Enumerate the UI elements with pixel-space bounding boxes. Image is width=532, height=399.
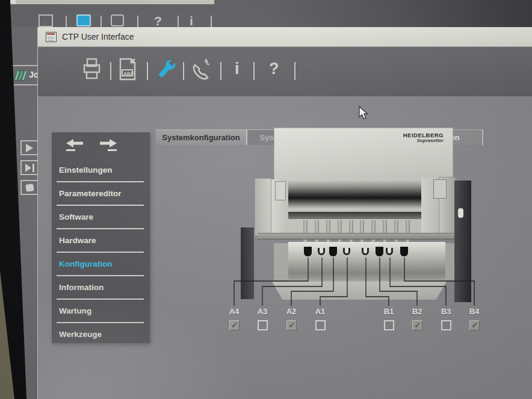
forward-arrow-icon[interactable] bbox=[96, 138, 118, 153]
tab-systemkonfiguration[interactable]: Systemkonfiguration bbox=[156, 129, 246, 145]
window-icon bbox=[46, 32, 57, 42]
machine-roller bbox=[288, 179, 421, 209]
pin bbox=[349, 220, 353, 243]
tab-separator bbox=[482, 129, 483, 145]
toolbar-separator bbox=[66, 16, 67, 27]
punch-label-a1: A1 bbox=[311, 307, 329, 316]
pin bbox=[303, 220, 308, 243]
print-report-icon[interactable] bbox=[82, 58, 102, 81]
checkbox-a1[interactable] bbox=[315, 320, 326, 330]
punch-b4 bbox=[400, 247, 408, 256]
toolbar-separator bbox=[220, 62, 221, 80]
toolbar-separator bbox=[294, 62, 295, 80]
pin bbox=[383, 220, 387, 243]
punch-label-a4: A4 bbox=[225, 307, 243, 316]
help-icon[interactable]: ? bbox=[154, 14, 162, 27]
plate-highlighted-icon[interactable] bbox=[76, 14, 91, 26]
punch-a4 bbox=[304, 247, 312, 256]
pin bbox=[326, 220, 330, 243]
punch-b3 bbox=[386, 248, 393, 255]
sidebar-item-konfiguration[interactable]: Konfiguration bbox=[57, 254, 144, 276]
toolbar-separator bbox=[178, 16, 179, 27]
remote-service-phone-icon[interactable] bbox=[190, 58, 213, 81]
window-titlebar[interactable]: CTP User Interface bbox=[38, 27, 532, 47]
machine-lower-roller bbox=[288, 212, 421, 219]
punch-label-b1: B1 bbox=[380, 307, 398, 316]
sidebar-item-wartung[interactable]: Wartung bbox=[57, 301, 144, 323]
document-icon[interactable] bbox=[39, 14, 53, 27]
play-icon bbox=[26, 144, 33, 152]
punch-rail bbox=[258, 233, 462, 240]
step-forward-button[interactable] bbox=[20, 160, 39, 175]
left-latch bbox=[275, 181, 286, 200]
plate-icon bbox=[25, 184, 34, 192]
punch-a1 bbox=[343, 248, 350, 255]
sidebar-item-parametereditor[interactable]: Parametereditor bbox=[57, 184, 144, 206]
pin bbox=[406, 220, 410, 243]
checkbox-b2[interactable] bbox=[412, 320, 422, 330]
right-latch bbox=[433, 179, 447, 199]
photo-of-screen: ? i Jo CTP User Interface bbox=[0, 0, 532, 399]
punch-label-a3: A3 bbox=[253, 307, 271, 316]
toolbar-separator bbox=[147, 62, 148, 80]
window-title: CTP User Interface bbox=[62, 32, 134, 42]
toolbar-separator bbox=[253, 62, 255, 80]
toolbar-separator bbox=[101, 16, 102, 27]
step-bar bbox=[32, 164, 34, 172]
punch-label-b2: B2 bbox=[408, 307, 426, 316]
pin bbox=[338, 220, 342, 243]
pin bbox=[394, 220, 398, 243]
sidebar-menu: Einstellungen Parametereditor Software H… bbox=[52, 132, 150, 343]
background-window-top-edge bbox=[0, 0, 214, 4]
pin bbox=[315, 220, 319, 243]
sidebar-item-werkzeuge[interactable]: Werkzeuge bbox=[57, 324, 144, 347]
checkbox-b1[interactable] bbox=[384, 320, 394, 330]
abc-document-icon[interactable]: ABC bbox=[119, 58, 137, 81]
info-icon[interactable]: i bbox=[190, 14, 193, 27]
service-wrench-icon[interactable] bbox=[153, 58, 178, 82]
punch-a2 bbox=[329, 247, 337, 256]
toolbar-separator bbox=[110, 62, 111, 80]
machine-logo: HEIDELBERG Suprasetter bbox=[366, 132, 449, 143]
svg-text:ABC: ABC bbox=[123, 71, 134, 76]
checkbox-a4[interactable] bbox=[229, 320, 240, 330]
checkbox-a3[interactable] bbox=[258, 320, 268, 330]
model-label: Suprasetter bbox=[366, 138, 444, 143]
frame-icon[interactable] bbox=[111, 14, 124, 26]
plate-button[interactable] bbox=[20, 180, 39, 195]
punch-a3 bbox=[318, 248, 325, 255]
left-dark-bar bbox=[241, 227, 254, 299]
sidebar-item-software[interactable]: Software bbox=[57, 207, 144, 229]
sidebar-item-information[interactable]: Information bbox=[57, 277, 144, 300]
main-toolbar: ABC i ? bbox=[38, 47, 532, 96]
checkbox-a2[interactable] bbox=[286, 320, 297, 330]
right-dark-bar bbox=[454, 181, 471, 302]
checkbox-b3[interactable] bbox=[441, 320, 451, 330]
punch-b1 bbox=[362, 248, 369, 255]
info-icon[interactable]: i bbox=[235, 57, 240, 81]
back-arrow-icon[interactable] bbox=[65, 138, 87, 153]
machine-tray bbox=[272, 282, 447, 300]
step-forward-icon bbox=[25, 164, 31, 172]
toolbar-separator bbox=[211, 16, 212, 27]
sidebar-item-hardware[interactable]: Hardware bbox=[57, 230, 144, 253]
right-handle bbox=[458, 208, 463, 218]
help-icon[interactable]: ? bbox=[269, 57, 279, 81]
pin bbox=[360, 220, 364, 243]
drum-left-cap bbox=[274, 243, 289, 280]
punch-label-b4: B4 bbox=[465, 307, 483, 316]
pin bbox=[371, 220, 376, 243]
punch-label-a2: A2 bbox=[282, 307, 300, 316]
sidebar-item-einstellungen[interactable]: Einstellungen bbox=[57, 160, 144, 182]
punch-b2 bbox=[376, 247, 383, 256]
checkbox-b4[interactable] bbox=[469, 320, 480, 330]
start-button[interactable] bbox=[20, 140, 39, 155]
jobs-tab[interactable]: Jo bbox=[11, 65, 39, 85]
toolbar-separator bbox=[183, 62, 184, 80]
sidebar-items: Einstellungen Parametereditor Software H… bbox=[52, 160, 150, 348]
toolbar-separator bbox=[137, 16, 138, 27]
machine-left-column bbox=[255, 178, 271, 236]
punch-label-b3: B3 bbox=[437, 307, 455, 316]
mouse-cursor bbox=[359, 106, 368, 120]
